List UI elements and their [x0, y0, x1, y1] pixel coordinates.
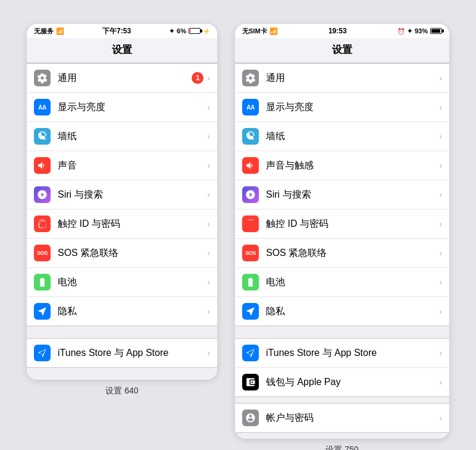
- icon-sos-640: SOS: [34, 245, 51, 261]
- label-750: 设置 750: [325, 445, 358, 450]
- divider2-750: [235, 397, 449, 403]
- row-battery-750[interactable]: 电池 ›: [235, 268, 449, 297]
- icon-siri-640: [34, 186, 51, 203]
- row-sound-750[interactable]: 声音与触感 ›: [235, 151, 449, 180]
- row-right-sound-640: ›: [207, 161, 210, 170]
- account-icon-750: [245, 412, 256, 423]
- chevron-sound-640: ›: [207, 161, 210, 170]
- label-account-750: 帐户与密码: [266, 412, 439, 424]
- chevron-touch-640: ›: [207, 219, 210, 229]
- battery-icon-640: [189, 28, 201, 34]
- row-right-general-640: 1 ›: [192, 72, 210, 84]
- label-itunes-640: iTunes Store 与 App Store: [58, 347, 207, 360]
- status-right-640: ✦ 6% ⚡: [169, 27, 210, 35]
- section-1-750: 通用 › AA 显示与亮度 ›: [235, 63, 449, 326]
- label-display-750: 显示与亮度: [266, 101, 439, 114]
- icon-wallpaper-750: [242, 128, 259, 145]
- row-wallpaper-640[interactable]: 墙纸 ›: [27, 122, 217, 151]
- charging-icon-640: ⚡: [203, 28, 210, 35]
- row-sos-640[interactable]: SOS SOS 紧急联络 ›: [27, 239, 217, 268]
- row-privacy-640[interactable]: 隐私 ›: [27, 297, 217, 326]
- row-sos-750[interactable]: SOS SOS 紧急联络 ›: [235, 239, 449, 268]
- chevron-sos-640: ›: [207, 248, 210, 258]
- row-siri-640[interactable]: Siri 与搜索 ›: [27, 180, 217, 210]
- wallpaper-icon-640: [37, 131, 48, 142]
- label-sound-750: 声音与触感: [266, 160, 439, 172]
- label-touch-750: 触控 ID 与密码: [266, 218, 439, 230]
- status-bar-left-750: 无SIM卡 📶: [242, 27, 278, 36]
- row-wallet-750[interactable]: 钱包与 Apple Pay ›: [235, 368, 449, 396]
- battery-icon-640: [37, 277, 48, 288]
- chevron-display-750: ›: [439, 102, 442, 112]
- label-privacy-750: 隐私: [266, 305, 439, 318]
- battery-fill-750: [431, 29, 440, 33]
- row-wallpaper-750[interactable]: 墙纸 ›: [235, 122, 449, 151]
- settings-content-750: 通用 › AA 显示与亮度 ›: [235, 63, 449, 439]
- bluetooth-icon-750: ✦: [407, 27, 412, 35]
- row-touch-750[interactable]: 触控 ID 与密码 ›: [235, 210, 449, 239]
- battery-fill-640: [190, 29, 190, 33]
- aa-icon-640: AA: [38, 104, 46, 111]
- row-siri-750[interactable]: Siri 与搜索 ›: [235, 180, 449, 210]
- badge-general-640: 1: [192, 72, 203, 84]
- label-wallpaper-750: 墙纸: [266, 130, 439, 143]
- chevron-privacy-750: ›: [439, 307, 442, 316]
- row-display-750[interactable]: AA 显示与亮度 ›: [235, 93, 449, 122]
- wallpaper-icon-750: [245, 131, 256, 142]
- settings-list-2-750: iTunes Store 与 App Store › 钱包与 Apple Pay: [235, 338, 449, 397]
- row-right-itunes-750: ›: [439, 348, 442, 358]
- bottom-space-750: [235, 433, 449, 439]
- label-wallpaper-640: 墙纸: [58, 130, 207, 143]
- chevron-touch-750: ›: [439, 219, 442, 229]
- chevron-privacy-640: ›: [207, 307, 210, 316]
- row-display-640[interactable]: AA 显示与亮度 ›: [27, 93, 217, 122]
- section-1-640: 通用 1 › AA 显示与亮度: [27, 63, 217, 326]
- row-privacy-750[interactable]: 隐私 ›: [235, 297, 449, 326]
- icon-general-640: [34, 70, 51, 86]
- chevron-general-640: ›: [207, 73, 210, 83]
- row-sound-640[interactable]: 声音 ›: [27, 151, 217, 180]
- itunes-icon-750: [245, 348, 256, 358]
- icon-wallet-750: [242, 374, 259, 390]
- icon-touch-750: [242, 215, 259, 232]
- aa-icon-750: AA: [246, 104, 254, 111]
- icon-sos-750: SOS: [242, 245, 259, 261]
- row-right-wallpaper-640: ›: [207, 132, 210, 141]
- label-sound-640: 声音: [58, 160, 207, 172]
- settings-list-1-750: 通用 › AA 显示与亮度 ›: [235, 63, 449, 326]
- label-640: 设置 640: [105, 386, 138, 396]
- icon-touch-640: [34, 215, 51, 232]
- chevron-account-750: ›: [439, 413, 442, 423]
- wifi-icon-640: 📶: [56, 27, 64, 35]
- chevron-sos-750: ›: [439, 248, 442, 258]
- battery-icon-750: [245, 277, 256, 288]
- page-title-640: 设置: [36, 43, 208, 57]
- gear-icon-750: [245, 73, 256, 83]
- label-privacy-640: 隐私: [58, 305, 207, 318]
- status-bar-640: 无服务 📶 下午7:53 ✦ 6% ⚡: [27, 24, 217, 38]
- wifi-icon-750: 📶: [270, 27, 278, 35]
- settings-list-2-640: iTunes Store 与 App Store ›: [27, 338, 217, 368]
- nav-bar-750: 设置: [235, 38, 449, 63]
- sos-icon-640: SOS: [37, 250, 48, 256]
- phone-640-frame: 无服务 📶 下午7:53 ✦ 6% ⚡ 设置: [27, 24, 217, 380]
- row-itunes-750[interactable]: iTunes Store 与 App Store ›: [235, 339, 449, 368]
- row-general-750[interactable]: 通用 ›: [235, 64, 449, 93]
- privacy-icon-640: [37, 306, 48, 317]
- row-itunes-640[interactable]: iTunes Store 与 App Store ›: [27, 339, 217, 367]
- privacy-icon-750: [245, 306, 256, 317]
- row-account-750[interactable]: 帐户与密码 ›: [235, 404, 449, 432]
- time-640: 下午7:53: [102, 26, 131, 36]
- row-touch-640[interactable]: 触控 ID 与密码 ›: [27, 210, 217, 239]
- row-right-siri-750: ›: [439, 190, 442, 199]
- icon-itunes-640: [34, 345, 51, 361]
- row-right-touch-640: ›: [207, 219, 210, 229]
- icon-general-750: [242, 70, 259, 86]
- sos-icon-750: SOS: [245, 250, 256, 256]
- battery-icon-750: [430, 28, 442, 34]
- row-battery-640[interactable]: 电池 ›: [27, 268, 217, 297]
- settings-content-640: 通用 1 › AA 显示与亮度: [27, 63, 217, 380]
- row-general-640[interactable]: 通用 1 ›: [27, 64, 217, 93]
- label-siri-750: Siri 与搜索: [266, 189, 439, 201]
- chevron-itunes-750: ›: [439, 348, 442, 358]
